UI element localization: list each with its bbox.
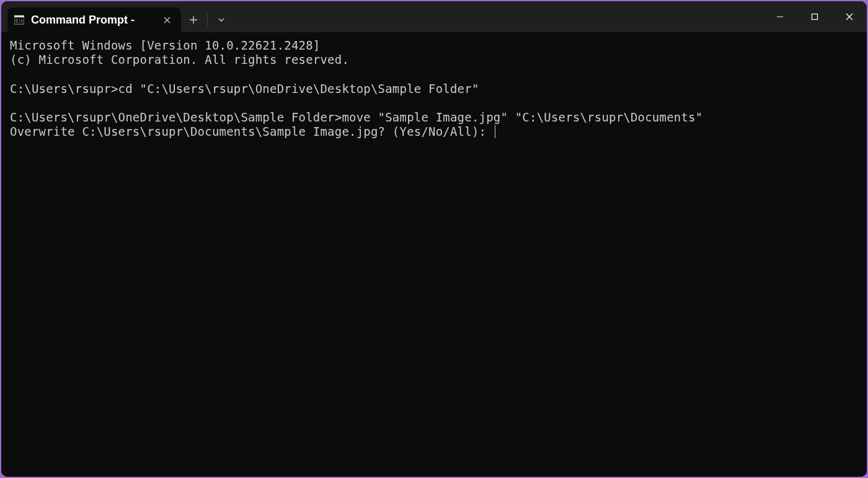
terminal-line: C:\Users\rsupr\OneDrive\Desktop\Sample F… [10, 110, 702, 124]
maximize-button[interactable] [797, 1, 832, 32]
svg-rect-1 [14, 15, 24, 17]
terminal-body[interactable]: Microsoft Windows [Version 10.0.22621.24… [1, 32, 867, 477]
new-tab-button[interactable] [181, 7, 206, 32]
svg-rect-8 [812, 14, 818, 20]
terminal-line: (c) Microsoft Corporation. All rights re… [10, 53, 349, 66]
terminal-line: Microsoft Windows [Version 10.0.22621.24… [10, 38, 320, 52]
cursor [495, 125, 496, 138]
titlebar: C:\ Command Prompt - [1, 1, 867, 32]
terminal-line: C:\Users\rsupr>cd "C:\Users\rsupr\OneDri… [10, 82, 479, 95]
minimize-button[interactable] [763, 1, 797, 32]
active-tab[interactable]: C:\ Command Prompt - [7, 7, 181, 32]
cmd-icon: C:\ [14, 14, 25, 25]
terminal-window: C:\ Command Prompt - [1, 1, 867, 477]
tab-actions [181, 7, 234, 32]
tab-title: Command Prompt - [31, 14, 154, 27]
window-controls [763, 1, 867, 32]
tab-dropdown-button[interactable] [209, 7, 234, 32]
tab-close-button[interactable] [160, 13, 174, 27]
close-button[interactable] [832, 1, 867, 32]
divider [207, 13, 208, 27]
terminal-line: Overwrite C:\Users\rsupr\Documents\Sampl… [10, 125, 494, 138]
svg-text:C:\: C:\ [16, 19, 24, 24]
